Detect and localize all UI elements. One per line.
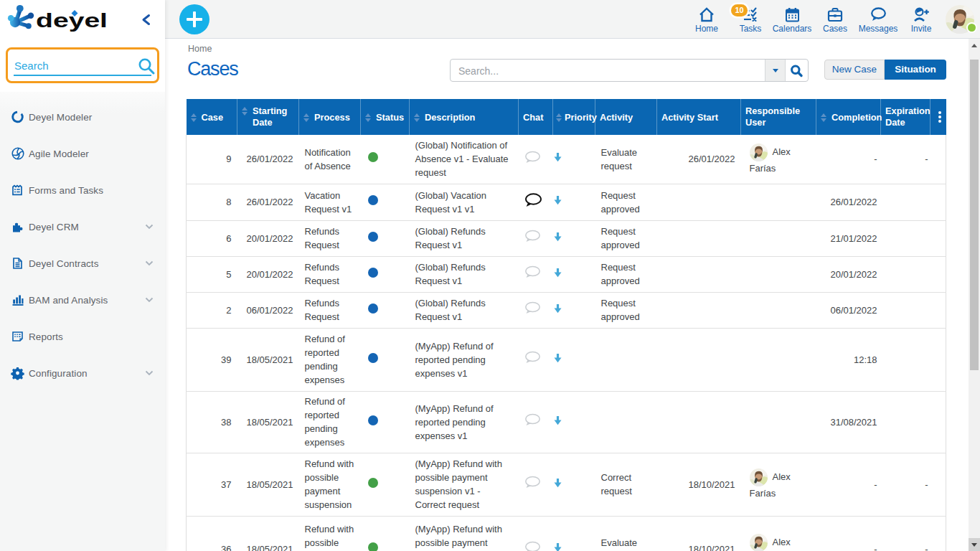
svg-text:deyel: deyel — [36, 9, 108, 32]
